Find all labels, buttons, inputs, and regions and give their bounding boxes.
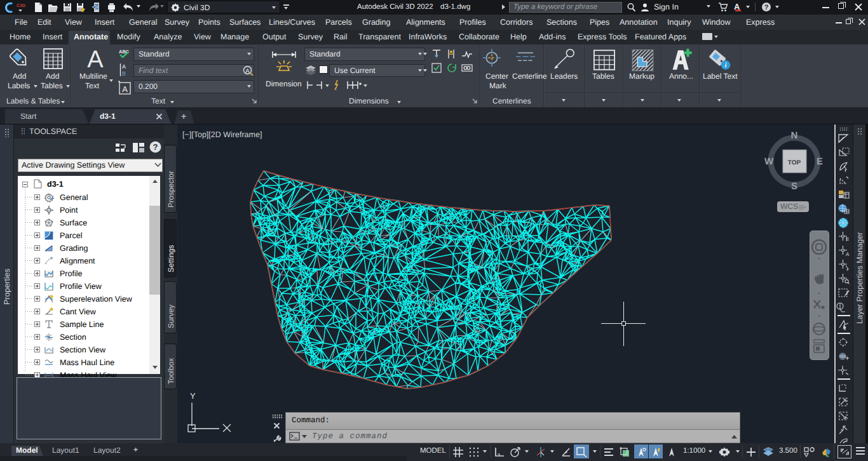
svg-text:i: i [725, 62, 727, 69]
svg-text:S: S [791, 181, 797, 192]
svg-text:?: ? [153, 142, 158, 152]
svg-text:N: N [791, 130, 798, 141]
svg-text:A: A [87, 46, 104, 73]
svg-text:TOP: TOP [788, 159, 801, 166]
svg-text:A: A [245, 68, 250, 75]
svg-text:E: E [817, 156, 823, 167]
svg-text:W: W [764, 156, 774, 167]
svg-text:A: A [846, 251, 850, 257]
svg-text:?: ? [764, 4, 769, 11]
svg-text:Y: Y [190, 391, 196, 401]
svg-text:A: A [122, 84, 128, 94]
svg-text:A: A [122, 63, 126, 70]
svg-text:C3D: C3D [17, 4, 25, 8]
svg-text:B: B [122, 70, 126, 77]
